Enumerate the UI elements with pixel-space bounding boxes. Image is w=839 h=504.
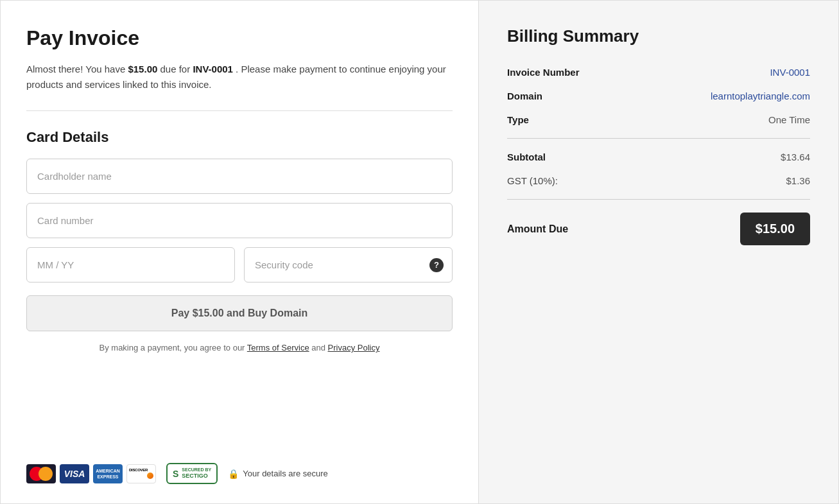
intro-middle: due for bbox=[157, 64, 193, 74]
sectigo-text: SECURED BY SECTIGO bbox=[182, 467, 211, 480]
discover-inner: DISCOVER bbox=[127, 467, 155, 480]
cardholder-group bbox=[26, 159, 453, 194]
subtotal-value: $13.64 bbox=[781, 152, 810, 162]
card-icons: VISA AMERICANEXPRESS DISCOVER bbox=[26, 464, 156, 483]
page-container: Pay Invoice Almost there! You have $15.0… bbox=[0, 0, 839, 504]
expiry-security-row: ? bbox=[26, 247, 453, 282]
amount-due-label: Amount Due bbox=[507, 223, 568, 235]
billing-divider bbox=[507, 138, 810, 139]
domain-label: Domain bbox=[507, 91, 542, 101]
amex-label: AMERICANEXPRESS bbox=[96, 468, 120, 480]
discover-text: DISCOVER bbox=[129, 468, 148, 472]
billing-title: Billing Summary bbox=[507, 26, 810, 46]
visa-icon: VISA bbox=[60, 464, 89, 483]
mastercard-icon bbox=[26, 464, 56, 483]
lock-icon: 🔒 bbox=[228, 469, 239, 479]
terms-of-service-link[interactable]: Terms of Service bbox=[247, 343, 309, 352]
secure-text: Your details are secure bbox=[243, 469, 328, 478]
intro-text: Almost there! You have $15.00 due for IN… bbox=[26, 62, 453, 92]
terms-text: By making a payment, you agree to our Te… bbox=[26, 343, 453, 352]
sectigo-line1: SECURED BY bbox=[182, 467, 211, 473]
security-input[interactable] bbox=[244, 247, 453, 282]
invoice-number-row: Invoice Number INV-0001 bbox=[507, 67, 810, 78]
sectigo-line2: SECTIGO bbox=[182, 473, 211, 480]
amex-icon: AMERICANEXPRESS bbox=[93, 464, 123, 483]
expiry-group bbox=[26, 247, 235, 282]
domain-row: Domain learntoplaytriangle.com bbox=[507, 91, 810, 101]
intro-invoice: INV-0001 bbox=[193, 64, 233, 74]
amount-due-badge: $15.00 bbox=[740, 213, 810, 245]
sectigo-badge: S SECURED BY SECTIGO bbox=[166, 463, 218, 484]
cardholder-input[interactable] bbox=[26, 159, 453, 194]
terms-prefix: By making a payment, you agree to our bbox=[99, 343, 247, 352]
mc-circles bbox=[30, 467, 53, 481]
section-divider bbox=[26, 110, 453, 111]
type-label: Type bbox=[507, 114, 529, 125]
security-group: ? bbox=[244, 247, 453, 282]
sectigo-s-logo: S bbox=[173, 469, 178, 479]
invoice-number-value: INV-0001 bbox=[770, 67, 810, 78]
expiry-input[interactable] bbox=[26, 247, 235, 282]
security-help-icon[interactable]: ? bbox=[429, 258, 444, 272]
amount-due-section: Amount Due $15.00 bbox=[507, 213, 810, 245]
invoice-number-label: Invoice Number bbox=[507, 67, 580, 78]
privacy-policy-link[interactable]: Privacy Policy bbox=[328, 343, 380, 352]
card-number-input[interactable] bbox=[26, 203, 453, 238]
discover-dot bbox=[147, 473, 153, 479]
discover-icon: DISCOVER bbox=[126, 464, 156, 483]
type-value: One Time bbox=[768, 114, 810, 125]
gst-value: $1.36 bbox=[786, 175, 810, 186]
terms-middle: and bbox=[309, 343, 328, 352]
card-number-group bbox=[26, 203, 453, 238]
gst-label: GST (10%): bbox=[507, 175, 558, 186]
right-panel: Billing Summary Invoice Number INV-0001 … bbox=[479, 1, 838, 503]
intro-prefix: Almost there! You have bbox=[26, 64, 128, 74]
billing-divider-2 bbox=[507, 199, 810, 200]
secure-text-row: 🔒 Your details are secure bbox=[228, 469, 328, 479]
pay-button[interactable]: Pay $15.00 and Buy Domain bbox=[26, 295, 453, 331]
left-panel: Pay Invoice Almost there! You have $15.0… bbox=[1, 1, 479, 503]
footer-row: VISA AMERICANEXPRESS DISCOVER S SECURED … bbox=[26, 463, 453, 484]
gst-row: GST (10%): $1.36 bbox=[507, 175, 810, 186]
mc-circle-right bbox=[39, 467, 53, 481]
intro-amount: $15.00 bbox=[128, 64, 157, 74]
subtotal-label: Subtotal bbox=[507, 152, 546, 162]
page-title: Pay Invoice bbox=[26, 26, 453, 50]
subtotal-row: Subtotal $13.64 bbox=[507, 152, 810, 162]
type-row: Type One Time bbox=[507, 114, 810, 125]
domain-value: learntoplaytriangle.com bbox=[711, 91, 810, 101]
card-details-heading: Card Details bbox=[26, 129, 453, 146]
